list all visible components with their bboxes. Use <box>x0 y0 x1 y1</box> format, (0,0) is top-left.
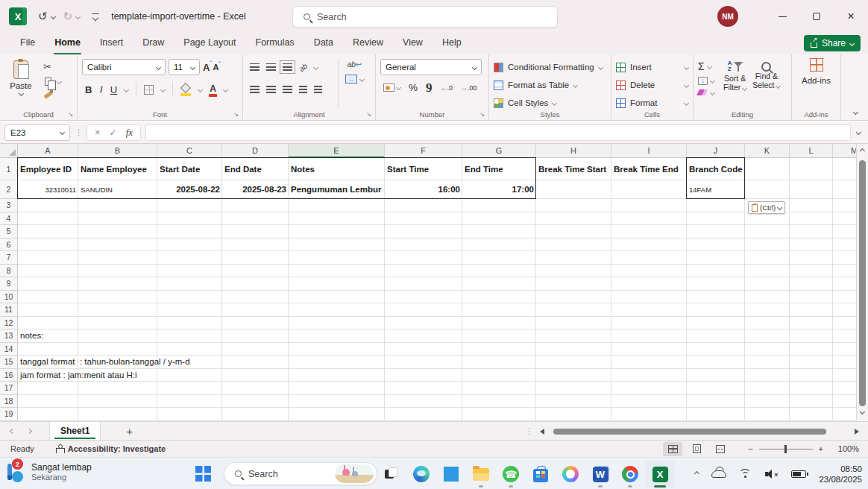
cell-C2[interactable]: 2025-08-22 <box>157 180 222 199</box>
weather-widget[interactable]: 2 Sangat lembap Sekarang <box>6 461 92 483</box>
minimize-button[interactable] <box>765 0 799 33</box>
spreadsheet-grid[interactable]: ABCDEFGHIJKLM123456789101112131415161718… <box>0 144 856 421</box>
font-color-icon[interactable]: A <box>210 83 216 95</box>
insert-function-icon[interactable]: fx <box>126 127 133 139</box>
column-header-L[interactable]: L <box>790 144 833 158</box>
expand-formula-bar-icon[interactable] <box>856 130 861 135</box>
fill-dropdown-icon[interactable] <box>710 78 715 83</box>
next-sheet-icon[interactable] <box>27 428 32 433</box>
column-header-H[interactable]: H <box>536 144 611 158</box>
file-explorer-button[interactable] <box>466 461 496 488</box>
decrease-decimal-icon[interactable]: →.00 <box>461 84 477 92</box>
wifi-icon[interactable] <box>739 469 752 479</box>
row-header-15[interactable]: 15 <box>0 356 18 369</box>
cell-A16[interactable]: jam format : jam:menit atau H:i <box>18 369 78 382</box>
previous-sheet-icon[interactable] <box>10 428 15 433</box>
row-header-4[interactable]: 4 <box>0 212 18 226</box>
column-header-J[interactable]: J <box>687 144 745 158</box>
underline-button[interactable]: U <box>110 84 117 95</box>
close-button[interactable]: × <box>834 0 868 33</box>
vertical-scrollbar-thumb[interactable] <box>859 160 866 406</box>
tab-insert[interactable]: Insert <box>90 33 133 54</box>
onedrive-icon[interactable] <box>711 470 726 478</box>
find-select-button[interactable]: Find & Select <box>752 59 780 108</box>
user-avatar[interactable]: NM <box>717 6 738 27</box>
format-cells-button[interactable]: Format <box>616 94 688 112</box>
fill-color-icon[interactable] <box>180 84 191 95</box>
formula-bar-splitter[interactable]: ⋮ <box>75 127 82 137</box>
row-header-19[interactable]: 19 <box>0 408 18 421</box>
column-header-I[interactable]: I <box>611 144 687 158</box>
font-dialog-launcher-icon[interactable]: ↘ <box>233 111 239 118</box>
column-header-C[interactable]: C <box>157 144 222 158</box>
name-box[interactable]: E23 <box>4 124 70 141</box>
row-header-7[interactable]: 7 <box>0 251 18 265</box>
insert-cells-button[interactable]: Insert <box>616 58 688 76</box>
cell-H1[interactable]: Break Time Start <box>536 158 611 180</box>
row-header-3[interactable]: 3 <box>0 199 18 212</box>
tab-splitter[interactable]: ⋮ <box>526 427 532 435</box>
whatsapp-button[interactable]: ☎ <box>496 461 526 488</box>
volume-muted-icon[interactable]: × <box>765 469 779 479</box>
cut-icon[interactable]: ✂ <box>43 61 51 72</box>
page-layout-view-button[interactable] <box>687 442 706 456</box>
autosum-icon[interactable]: Σ <box>698 60 705 72</box>
taskbar-search[interactable]: Search <box>224 462 377 485</box>
select-all-corner[interactable] <box>0 144 18 158</box>
cell-F1[interactable]: Start Time <box>385 158 462 180</box>
column-header-F[interactable]: F <box>385 144 462 158</box>
sort-filter-button[interactable]: AZ Sort & Filter <box>723 59 746 108</box>
italic-button[interactable]: I <box>99 83 102 95</box>
row-header-6[interactable]: 6 <box>0 239 18 252</box>
number-dialog-launcher-icon[interactable]: ↘ <box>479 111 485 118</box>
zoom-in-button[interactable]: + <box>819 444 823 453</box>
align-center-icon[interactable] <box>266 86 276 93</box>
column-header-E[interactable]: E <box>289 144 385 158</box>
cell-J1[interactable]: Branch Code <box>687 158 745 180</box>
cell-A1[interactable]: Employee ID <box>18 158 78 180</box>
cell-G2[interactable]: 17:00 <box>462 180 536 199</box>
tab-page-layout[interactable]: Page Layout <box>174 33 245 54</box>
percent-style-icon[interactable]: % <box>409 82 418 93</box>
bold-button[interactable]: B <box>85 84 92 95</box>
merge-center-icon[interactable]: ↔ <box>345 75 357 83</box>
cell-E1[interactable]: Notes <box>289 158 385 180</box>
tab-view[interactable]: View <box>393 33 433 54</box>
delete-cells-button[interactable]: Delete <box>616 76 688 94</box>
bottom-align-icon[interactable] <box>283 63 292 71</box>
scroll-up-icon[interactable] <box>860 148 865 154</box>
excel-app-icon[interactable]: X <box>9 7 27 25</box>
row-header-12[interactable]: 12 <box>0 317 18 330</box>
cell-A15[interactable]: tanggal format : tahun-bulan-tanggal / y… <box>18 356 78 369</box>
cell-E2[interactable]: Pengumuman Lembur <box>289 180 385 199</box>
horizontal-scrollbar-thumb[interactable] <box>553 429 826 435</box>
addins-icon[interactable] <box>810 58 823 72</box>
cell-C1[interactable]: Start Date <box>157 158 222 180</box>
accounting-format-icon[interactable] <box>383 83 394 92</box>
maximize-button[interactable] <box>799 0 834 33</box>
paste-dropdown-icon[interactable] <box>18 91 23 96</box>
cell-D1[interactable]: End Date <box>222 158 289 180</box>
column-header-A[interactable]: A <box>18 144 78 158</box>
row-header-17[interactable]: 17 <box>0 382 18 395</box>
row-header-10[interactable]: 10 <box>0 291 18 304</box>
align-left-icon[interactable] <box>250 86 260 93</box>
start-button[interactable] <box>195 466 211 482</box>
increase-font-icon[interactable]: Aˆ <box>203 62 210 73</box>
microsoft-store-button[interactable] <box>526 461 556 488</box>
copy-dropdown-icon[interactable] <box>57 78 62 83</box>
decrease-font-icon[interactable]: Aˇ <box>213 63 218 72</box>
task-view-button[interactable] <box>377 461 406 488</box>
undo-dropdown-icon[interactable] <box>51 13 56 19</box>
addins-button[interactable]: Add-ins <box>802 76 831 85</box>
zoom-level[interactable]: 100% <box>831 444 859 453</box>
word-button[interactable]: W <box>585 461 615 488</box>
clear-dropdown-icon[interactable] <box>710 89 715 95</box>
new-sheet-button[interactable]: + <box>126 425 133 438</box>
cell-B1[interactable]: Name Employee <box>78 158 157 180</box>
clear-icon[interactable] <box>696 89 708 95</box>
hidden-icons-chevron[interactable] <box>694 471 699 476</box>
tab-formulas[interactable]: Formulas <box>246 33 304 54</box>
align-right-icon[interactable] <box>283 86 292 93</box>
comma-style-icon[interactable]: 9 <box>426 85 433 91</box>
